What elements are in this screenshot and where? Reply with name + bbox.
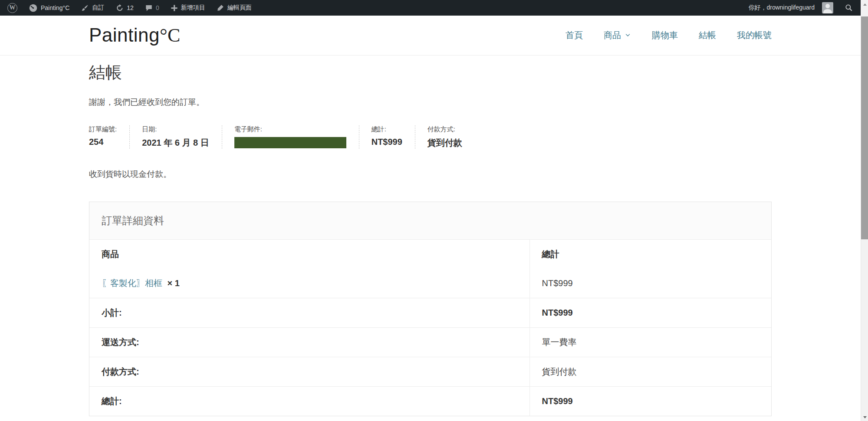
triangle-up-icon bbox=[863, 3, 867, 6]
table-header-row: 商品 總計 bbox=[89, 240, 771, 269]
product-row: 〖客製化〗相框 × 1 NT$999 bbox=[89, 269, 771, 298]
payment-row-label: 付款方式: bbox=[89, 357, 529, 387]
new-item-label: 新增項目 bbox=[181, 4, 205, 12]
order-number-label: 訂單編號: bbox=[89, 125, 117, 134]
order-details-table: 商品 總計 〖客製化〗相框 × 1 NT$999 小計: NT$999 bbox=[89, 240, 771, 416]
chevron-down-icon bbox=[625, 30, 631, 40]
main-nav: 首頁 商品 購物車 結帳 我的帳號 bbox=[566, 29, 772, 41]
page-title: 結帳 bbox=[89, 62, 772, 84]
admin-bar-my-account[interactable]: 你好，drowninglifeguard bbox=[743, 0, 839, 16]
nav-products-label: 商品 bbox=[604, 29, 621, 41]
order-date-label: 日期: bbox=[142, 125, 209, 134]
shipping-label: 運送方式: bbox=[89, 328, 529, 357]
product-link[interactable]: 〖客製化〗相框 bbox=[102, 278, 162, 288]
admin-bar-edit-page[interactable]: 編輯頁面 bbox=[211, 0, 257, 16]
order-date-value: 2021 年 6 月 8 日 bbox=[142, 137, 209, 149]
main-content: 結帳 謝謝，我們已經收到您的訂單。 訂單編號: 254 日期: 2021 年 6… bbox=[89, 55, 772, 421]
payment-method-value: 貨到付款 bbox=[427, 137, 462, 149]
payment-method-row: 付款方式: 貨到付款 bbox=[89, 357, 771, 387]
avatar bbox=[822, 2, 833, 13]
vertical-scrollbar[interactable] bbox=[861, 0, 868, 421]
triangle-down-icon bbox=[863, 416, 867, 418]
overview-email: 電子郵件: bbox=[234, 125, 359, 149]
subtotal-row: 小計: NT$999 bbox=[89, 298, 771, 328]
column-header-total: 總計 bbox=[529, 240, 771, 269]
order-details-heading: 訂單詳細資料 bbox=[102, 214, 759, 228]
plus-icon bbox=[171, 4, 178, 12]
admin-bar-updates[interactable]: 12 bbox=[110, 0, 139, 16]
order-details-section: 訂單詳細資料 商品 總計 〖客製化〗相框 × 1 NT$999 bbox=[89, 202, 772, 416]
email-redaction-box bbox=[234, 137, 346, 148]
admin-bar-customize[interactable]: 自訂 bbox=[75, 0, 110, 16]
column-header-product: 商品 bbox=[89, 240, 529, 269]
payment-row-value: 貨到付款 bbox=[529, 357, 771, 387]
grand-total-label: 總計: bbox=[89, 387, 529, 416]
scrollbar-up-arrow[interactable] bbox=[861, 0, 868, 9]
site-logo[interactable]: Painting°C bbox=[89, 24, 181, 46]
update-arrows-icon bbox=[115, 4, 124, 12]
overview-date: 日期: 2021 年 6 月 8 日 bbox=[142, 125, 222, 149]
admin-bar-left: W Painting°C bbox=[2, 0, 257, 16]
nav-cart-label: 購物車 bbox=[652, 29, 678, 41]
admin-bar-comments[interactable]: 0 bbox=[139, 0, 165, 16]
overview-payment-method: 付款方式: 貨到付款 bbox=[427, 125, 475, 149]
nav-item-products[interactable]: 商品 bbox=[604, 29, 631, 41]
nav-item-cart[interactable]: 購物車 bbox=[652, 29, 678, 41]
payment-method-label: 付款方式: bbox=[427, 125, 462, 134]
nav-item-checkout[interactable]: 結帳 bbox=[699, 29, 716, 41]
site-logo-suffix: °C bbox=[160, 25, 181, 46]
order-total-value: NT$999 bbox=[372, 137, 402, 147]
admin-bar-new-item[interactable]: 新增項目 bbox=[165, 0, 211, 16]
updates-count: 12 bbox=[127, 4, 134, 11]
dashboard-gauge-icon bbox=[29, 3, 38, 13]
edit-page-label: 編輯頁面 bbox=[227, 4, 252, 12]
greeting-label: 你好，drowninglifeguard bbox=[748, 4, 819, 12]
customize-label: 自訂 bbox=[92, 4, 104, 12]
subtotal-label: 小計: bbox=[89, 298, 529, 328]
nav-item-home[interactable]: 首頁 bbox=[566, 29, 583, 41]
scrollbar-down-arrow[interactable] bbox=[861, 413, 868, 421]
site-header: Painting°C 首頁 商品 購物車 結帳 bbox=[0, 16, 861, 55]
order-number-value: 254 bbox=[89, 137, 117, 147]
order-details-header: 訂單詳細資料 bbox=[89, 202, 771, 240]
product-cell: 〖客製化〗相框 × 1 bbox=[89, 269, 529, 298]
grand-total-value: NT$999 bbox=[529, 387, 771, 416]
comments-count: 0 bbox=[156, 4, 159, 11]
payment-note: 收到貨時以現金付款。 bbox=[89, 169, 772, 180]
wordpress-logo-icon: W bbox=[7, 3, 17, 13]
pencil-icon bbox=[217, 4, 224, 12]
wp-admin-bar: W Painting°C bbox=[0, 0, 861, 16]
admin-bar-search[interactable] bbox=[839, 0, 859, 16]
site-logo-main: Painting bbox=[89, 24, 160, 46]
order-overview: 訂單編號: 254 日期: 2021 年 6 月 8 日 電子郵件: 總計: N… bbox=[89, 125, 772, 149]
nav-item-my-account[interactable]: 我的帳號 bbox=[737, 29, 772, 41]
nav-home-label: 首頁 bbox=[566, 29, 583, 41]
order-email-label: 電子郵件: bbox=[234, 125, 346, 134]
grand-total-row: 總計: NT$999 bbox=[89, 387, 771, 416]
admin-bar-site-name[interactable]: Painting°C bbox=[23, 0, 75, 16]
comment-bubble-icon bbox=[145, 4, 153, 12]
order-total-label: 總計: bbox=[372, 125, 402, 134]
search-icon bbox=[845, 3, 853, 12]
thank-you-message: 謝謝，我們已經收到您的訂單。 bbox=[89, 97, 772, 108]
subtotal-value: NT$999 bbox=[529, 298, 771, 328]
site-name-label: Painting°C bbox=[41, 4, 69, 11]
page: W Painting°C bbox=[0, 0, 861, 421]
shipping-row: 運送方式: 單一費率 bbox=[89, 328, 771, 357]
scrollbar-thumb[interactable] bbox=[861, 16, 868, 239]
wp-logo-menu[interactable]: W bbox=[2, 0, 23, 16]
overview-order-number: 訂單編號: 254 bbox=[89, 125, 130, 149]
nav-checkout-label: 結帳 bbox=[699, 29, 716, 41]
shipping-value: 單一費率 bbox=[529, 328, 771, 357]
nav-my-account-label: 我的帳號 bbox=[737, 29, 772, 41]
overview-total: 總計: NT$999 bbox=[372, 125, 415, 149]
admin-bar-right: 你好，drowninglifeguard bbox=[743, 0, 859, 16]
product-quantity: × 1 bbox=[168, 278, 180, 288]
product-total: NT$999 bbox=[529, 269, 771, 298]
paintbrush-icon bbox=[81, 4, 89, 12]
